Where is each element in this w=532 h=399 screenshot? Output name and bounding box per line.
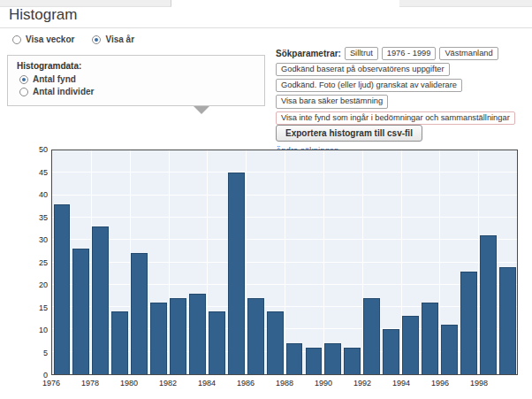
y-tick-label: 10 bbox=[39, 326, 48, 334]
search-parameters-label: Sökparametrar: bbox=[276, 49, 341, 58]
y-axis: 05101520253035404550 bbox=[25, 150, 48, 375]
bar-1982 bbox=[170, 298, 186, 374]
filter-tag-region: Västmanland bbox=[439, 47, 498, 60]
page-title: Histogram bbox=[9, 6, 77, 24]
bar-1976 bbox=[54, 204, 71, 374]
bar-slot bbox=[401, 150, 421, 374]
histogramdata-panel: Histogramdata: Antal fynd Antal individe… bbox=[7, 55, 265, 106]
x-axis: 1976197819801982198419861988199019921994… bbox=[51, 379, 518, 389]
y-tick-label: 45 bbox=[39, 168, 48, 177]
bar-1991 bbox=[344, 348, 361, 374]
filter-tag-species: Silltrut bbox=[345, 47, 378, 60]
bar-slot bbox=[285, 150, 304, 374]
x-tick-label: 1992 bbox=[353, 379, 371, 387]
y-tick-label: 25 bbox=[39, 258, 48, 267]
bar-slot bbox=[91, 150, 110, 374]
bar-slot bbox=[478, 150, 498, 374]
view-toggle: Visa veckor Visa år bbox=[12, 35, 134, 44]
filter-chip-exclude-assessments: Visa inte fynd som ingår i bedömningar o… bbox=[276, 111, 515, 125]
title-divider bbox=[0, 27, 532, 28]
x-tick-label: 1986 bbox=[237, 379, 255, 387]
bar-1992 bbox=[363, 298, 380, 374]
y-tick-label: 35 bbox=[39, 213, 48, 222]
bar-slot bbox=[343, 150, 362, 374]
radio-visa-veckor-label: Visa veckor bbox=[26, 35, 74, 44]
bar-1983 bbox=[189, 294, 206, 374]
x-tick-label: 1996 bbox=[431, 379, 449, 387]
radio-unchecked-icon bbox=[19, 88, 28, 96]
bar-slot bbox=[130, 150, 149, 374]
bar-1999 bbox=[499, 267, 516, 374]
browser-tab-remnant-right bbox=[399, 0, 532, 7]
bar-slot bbox=[72, 150, 91, 374]
filter-chip-approved-photo: Godkänd. Foto (eller ljud) granskat av v… bbox=[276, 79, 462, 92]
bar-slot bbox=[226, 150, 246, 374]
bar-1990 bbox=[324, 343, 341, 374]
bar-1989 bbox=[306, 348, 323, 374]
bar-slot bbox=[149, 150, 169, 374]
export-csv-button[interactable]: Exportera histogram till csv-fil bbox=[276, 125, 422, 142]
x-tick-label: 1980 bbox=[120, 379, 138, 387]
bar-slot bbox=[439, 150, 459, 374]
bar-1994 bbox=[402, 316, 419, 374]
radio-visa-ar[interactable]: Visa år bbox=[92, 35, 134, 44]
radio-antal-fynd[interactable]: Antal fynd bbox=[19, 74, 264, 84]
radio-visa-veckor[interactable]: Visa veckor bbox=[12, 35, 74, 44]
radio-checked-icon bbox=[19, 75, 28, 84]
bar-slot bbox=[169, 150, 188, 374]
radio-antal-fynd-label: Antal fynd bbox=[33, 74, 76, 84]
bar-1988 bbox=[286, 343, 303, 374]
y-tick-label: 40 bbox=[39, 190, 48, 199]
radio-unchecked-icon bbox=[12, 35, 21, 44]
bar-1986 bbox=[247, 298, 264, 374]
x-tick-label: 1982 bbox=[159, 379, 177, 387]
bar-1995 bbox=[422, 303, 438, 374]
filter-chip-approved-observer: Godkänd baserat på observatörens uppgift… bbox=[276, 63, 450, 76]
x-tick-label: 1984 bbox=[198, 379, 216, 387]
bar-1985 bbox=[228, 173, 245, 374]
bar-1998 bbox=[480, 235, 497, 374]
bar-slot bbox=[207, 150, 226, 374]
bar-1981 bbox=[150, 303, 167, 374]
x-tick-label: 1976 bbox=[42, 379, 60, 387]
bar-1980 bbox=[131, 253, 148, 374]
filter-tag-years: 1976 - 1999 bbox=[382, 47, 437, 60]
bar-1978 bbox=[92, 226, 109, 374]
x-tick-label: 1998 bbox=[470, 379, 488, 387]
bar-slot bbox=[459, 150, 478, 374]
radio-antal-individer-label: Antal individer bbox=[33, 87, 94, 96]
search-parameters-row: Sökparametrar: Silltrut 1976 - 1999 Väst… bbox=[276, 47, 532, 60]
bar-slot bbox=[110, 150, 130, 374]
y-tick-label: 20 bbox=[39, 280, 48, 289]
bar-slot bbox=[246, 150, 265, 374]
bar-1984 bbox=[209, 311, 225, 374]
x-tick-label: 1988 bbox=[276, 379, 293, 387]
bar-slot bbox=[362, 150, 382, 374]
x-tick-label: 1994 bbox=[392, 379, 410, 387]
histogramdata-title: Histogramdata: bbox=[17, 61, 264, 71]
radio-checked-icon bbox=[92, 35, 101, 44]
y-tick-label: 5 bbox=[43, 349, 48, 357]
bars-row bbox=[52, 150, 517, 374]
bar-1997 bbox=[460, 272, 477, 374]
filter-chip-certain-determination: Visa bara säker bestämning bbox=[276, 95, 388, 108]
bar-slot bbox=[421, 150, 440, 374]
bar-slot bbox=[382, 150, 401, 374]
bar-slot bbox=[52, 150, 72, 374]
y-tick-label: 15 bbox=[39, 303, 48, 312]
bar-slot bbox=[323, 150, 343, 374]
radio-antal-individer[interactable]: Antal individer bbox=[19, 87, 264, 96]
radio-visa-ar-label: Visa år bbox=[105, 35, 134, 44]
y-tick-label: 50 bbox=[39, 145, 48, 154]
bar-slot bbox=[187, 150, 207, 374]
bar-1979 bbox=[111, 311, 128, 374]
x-tick-label: 1978 bbox=[81, 379, 99, 387]
y-tick-label: 30 bbox=[39, 235, 48, 244]
bar-1977 bbox=[72, 249, 89, 374]
panel-pointer-triangle-icon bbox=[194, 106, 209, 114]
x-tick-label: 1990 bbox=[315, 379, 332, 387]
bar-1993 bbox=[383, 329, 399, 374]
bar-1987 bbox=[267, 311, 284, 374]
bar-slot bbox=[304, 150, 323, 374]
bar-slot bbox=[498, 150, 517, 374]
